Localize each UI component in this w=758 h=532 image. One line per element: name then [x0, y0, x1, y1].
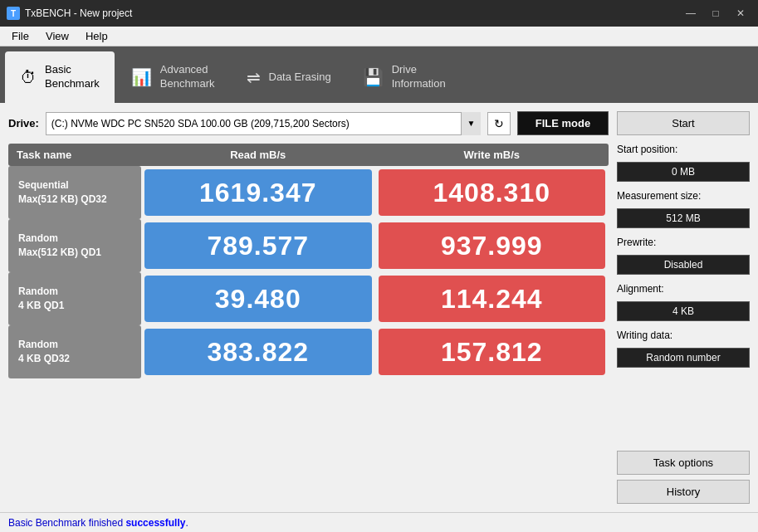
tab-data-erasing[interactable]: ⇌ Data Erasing: [232, 51, 346, 103]
write-value-1: 937.999: [375, 219, 609, 272]
drive-label: Drive:: [8, 117, 39, 129]
menu-help[interactable]: Help: [77, 28, 116, 44]
col-write: Write mB/s: [375, 144, 609, 166]
write-value-3: 157.812: [375, 325, 609, 378]
file-mode-button[interactable]: FILE mode: [517, 111, 609, 135]
write-value-2: 114.244: [375, 272, 609, 325]
task-name-2: Random4 KB QD1: [8, 272, 141, 325]
menu-bar: File View Help: [0, 27, 758, 46]
table-header-row: Task name Read mB/s Write mB/s: [8, 144, 609, 166]
tab-basic-benchmark[interactable]: ⏱ BasicBenchmark: [5, 51, 115, 103]
start-position-value[interactable]: 0 MB: [617, 162, 750, 182]
alignment-label: Alignment:: [617, 283, 750, 295]
start-position-label: Start position:: [617, 144, 750, 155]
left-panel: Drive: (C:) NVMe WDC PC SN520 SDA 100.00…: [8, 111, 609, 504]
title-bar-controls: — □ ✕: [680, 5, 751, 22]
prewrite-label: Prewrite:: [617, 237, 750, 248]
prewrite-value[interactable]: Disabled: [617, 255, 750, 275]
start-button[interactable]: Start: [617, 111, 750, 135]
right-panel: Start Start position: 0 MB Measurement s…: [617, 111, 750, 504]
tab-bar: ⏱ BasicBenchmark 📊 AdvancedBenchmark ⇌ D…: [0, 46, 758, 103]
read-value-2: 39.480: [141, 272, 375, 325]
col-read: Read mB/s: [141, 144, 375, 166]
tab-basic-benchmark-label: BasicBenchmark: [45, 63, 100, 91]
read-value-3: 383.822: [141, 325, 375, 378]
writing-data-value[interactable]: Random number: [617, 348, 750, 368]
col-task-name: Task name: [8, 144, 141, 166]
read-value-0: 1619.347: [141, 166, 375, 219]
menu-view[interactable]: View: [37, 28, 77, 44]
writing-data-label: Writing data:: [617, 329, 750, 341]
refresh-button[interactable]: ↻: [487, 112, 511, 135]
drive-select-wrapper: (C:) NVMe WDC PC SN520 SDA 100.00 GB (20…: [46, 112, 481, 135]
history-button[interactable]: History: [617, 480, 750, 504]
read-box-3: 383.822: [144, 329, 372, 375]
tab-advanced-benchmark-label: AdvancedBenchmark: [160, 63, 215, 91]
read-value-1: 789.577: [141, 219, 375, 272]
write-box-3: 157.812: [379, 329, 606, 375]
menu-file[interactable]: File: [3, 28, 37, 44]
title-bar: T TxBENCH - New project — □ ✕: [0, 0, 758, 27]
table-row: SequentialMax(512 KB) QD32 1619.347 1408…: [8, 166, 609, 219]
table-row: Random4 KB QD32 383.822 157.812: [8, 325, 609, 378]
table-row: RandomMax(512 KB) QD1 789.577 937.999: [8, 219, 609, 272]
write-box-1: 937.999: [379, 222, 606, 269]
measurement-size-label: Measurement size:: [617, 190, 750, 202]
benchmark-table: Task name Read mB/s Write mB/s Sequentia…: [8, 144, 609, 378]
close-button[interactable]: ✕: [730, 5, 751, 22]
status-highlight: successfully: [125, 517, 185, 529]
minimize-button[interactable]: —: [680, 5, 702, 22]
table-row: Random4 KB QD1 39.480 114.244: [8, 272, 609, 325]
tab-drive-information[interactable]: 💾 DriveInformation: [348, 51, 461, 103]
title-bar-title: TxBENCH - New project: [25, 7, 680, 19]
drive-icon: 💾: [363, 69, 384, 85]
tab-drive-information-label: DriveInformation: [392, 63, 446, 91]
tab-advanced-benchmark[interactable]: 📊 AdvancedBenchmark: [116, 51, 230, 103]
write-box-2: 114.244: [379, 276, 606, 322]
status-text: Basic Benchmark finished successfully.: [8, 517, 188, 529]
clock-icon: ⏱: [20, 69, 37, 85]
measurement-size-value[interactable]: 512 MB: [617, 208, 750, 228]
write-value-0: 1408.310: [375, 166, 609, 219]
drive-select[interactable]: (C:) NVMe WDC PC SN520 SDA 100.00 GB (20…: [46, 112, 481, 135]
drive-row: Drive: (C:) NVMe WDC PC SN520 SDA 100.00…: [8, 111, 609, 135]
task-options-button[interactable]: Task options: [617, 451, 750, 475]
alignment-value[interactable]: 4 KB: [617, 301, 750, 321]
read-box-1: 789.577: [144, 222, 372, 269]
main-content: Drive: (C:) NVMe WDC PC SN520 SDA 100.00…: [0, 103, 758, 512]
task-name-1: RandomMax(512 KB) QD1: [8, 219, 141, 272]
chart-icon: 📊: [131, 69, 152, 85]
app-icon: T: [7, 7, 20, 20]
read-box-2: 39.480: [144, 276, 372, 322]
maximize-button[interactable]: □: [705, 5, 726, 22]
erase-icon: ⇌: [247, 69, 261, 85]
task-name-0: SequentialMax(512 KB) QD32: [8, 166, 141, 219]
tab-data-erasing-label: Data Erasing: [269, 71, 331, 85]
status-bar: Basic Benchmark finished successfully.: [0, 512, 758, 532]
write-box-0: 1408.310: [379, 169, 606, 216]
task-name-3: Random4 KB QD32: [8, 325, 141, 378]
read-box-0: 1619.347: [144, 169, 372, 216]
